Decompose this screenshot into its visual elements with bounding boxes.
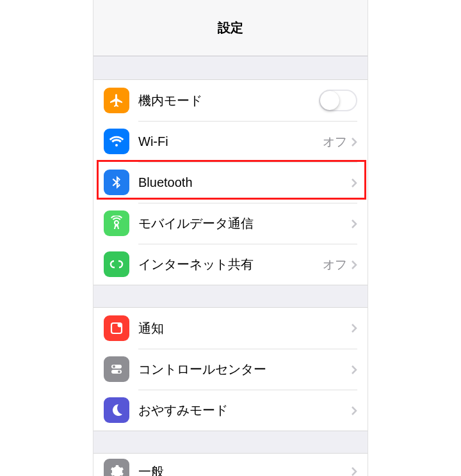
dnd-icon — [104, 397, 129, 423]
row-airplane-mode[interactable]: 機内モード — [93, 80, 368, 121]
chevron-right-icon — [351, 365, 357, 375]
notifications-label: 通知 — [138, 320, 351, 337]
row-dnd[interactable]: おやすみモード — [93, 390, 368, 431]
row-control-center[interactable]: コントロールセンター — [93, 349, 368, 390]
hotspot-label: インターネット共有 — [138, 256, 323, 273]
page-title: 設定 — [218, 19, 243, 36]
header: 設定 — [93, 0, 368, 56]
group-spacer — [93, 431, 368, 454]
chevron-right-icon — [351, 323, 357, 333]
row-general[interactable]: 一般 — [93, 454, 368, 476]
airplane-icon — [104, 88, 129, 113]
bluetooth-label: Bluetooth — [138, 175, 347, 190]
bluetooth-icon — [104, 170, 129, 195]
svg-point-3 — [113, 365, 115, 368]
chevron-right-icon — [351, 219, 357, 229]
airplane-label: 機内モード — [138, 92, 319, 109]
hotspot-icon — [104, 251, 129, 277]
controlcenter-label: コントロールセンター — [138, 361, 351, 378]
row-notifications[interactable]: 通知 — [93, 308, 368, 349]
chevron-right-icon — [351, 137, 357, 147]
settings-screen: 設定 機内モード Wi-Fi オフ — [93, 0, 368, 476]
general-icon — [104, 459, 129, 476]
general-label: 一般 — [138, 463, 351, 477]
controlcenter-icon — [104, 356, 129, 382]
svg-point-5 — [118, 370, 120, 373]
group-notifications: 通知 コントロールセンター おやすみモード — [93, 308, 368, 431]
row-bluetooth[interactable]: Bluetooth — [93, 162, 368, 203]
cellular-icon — [104, 210, 129, 236]
chevron-right-icon — [351, 406, 357, 416]
notifications-icon — [104, 315, 129, 341]
airplane-toggle[interactable] — [319, 90, 357, 111]
wifi-label: Wi-Fi — [138, 134, 323, 149]
chevron-right-icon — [351, 260, 357, 270]
svg-point-1 — [118, 323, 122, 328]
chevron-right-icon — [351, 466, 357, 476]
group-spacer — [93, 285, 368, 308]
row-cellular[interactable]: モバイルデータ通信 — [93, 203, 368, 244]
group-general: 一般 — [93, 454, 368, 476]
wifi-icon — [104, 129, 129, 154]
chevron-right-icon — [351, 178, 357, 188]
group-connectivity: 機内モード Wi-Fi オフ Bluetooth — [93, 79, 368, 285]
row-hotspot[interactable]: インターネット共有 オフ — [93, 244, 368, 285]
cellular-label: モバイルデータ通信 — [138, 215, 351, 232]
group-spacer — [93, 56, 368, 79]
wifi-detail: オフ — [323, 134, 347, 150]
dnd-label: おやすみモード — [138, 402, 351, 419]
row-wifi[interactable]: Wi-Fi オフ — [93, 121, 368, 162]
hotspot-detail: オフ — [323, 257, 347, 273]
